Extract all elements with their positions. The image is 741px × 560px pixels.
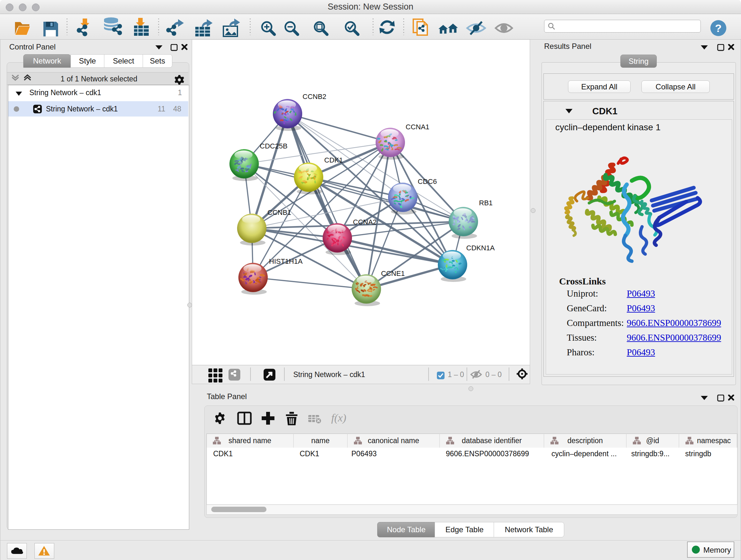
svg-text:CDC6: CDC6: [418, 178, 437, 186]
svg-text:HIST1H1A: HIST1H1A: [269, 257, 302, 265]
svg-text:String Network – cdk1: String Network – cdk1: [293, 370, 365, 379]
svg-text:f(x): f(x): [331, 412, 346, 424]
svg-text:CCNE1: CCNE1: [381, 269, 405, 277]
svg-text:CCNA2: CCNA2: [353, 218, 377, 226]
svg-text:CCNB1: CCNB1: [267, 208, 291, 216]
svg-text:CCNA1: CCNA1: [406, 123, 429, 131]
svg-text:0 – 0: 0 – 0: [485, 370, 502, 379]
svg-text:CDC25B: CDC25B: [260, 142, 287, 150]
svg-text:CDKN1A: CDKN1A: [466, 244, 495, 252]
svg-text:1 – 0: 1 – 0: [448, 370, 464, 379]
svg-text:CDK1: CDK1: [324, 156, 343, 164]
svg-text:CCNB2: CCNB2: [302, 92, 327, 101]
svg-text:RB1: RB1: [479, 199, 493, 207]
